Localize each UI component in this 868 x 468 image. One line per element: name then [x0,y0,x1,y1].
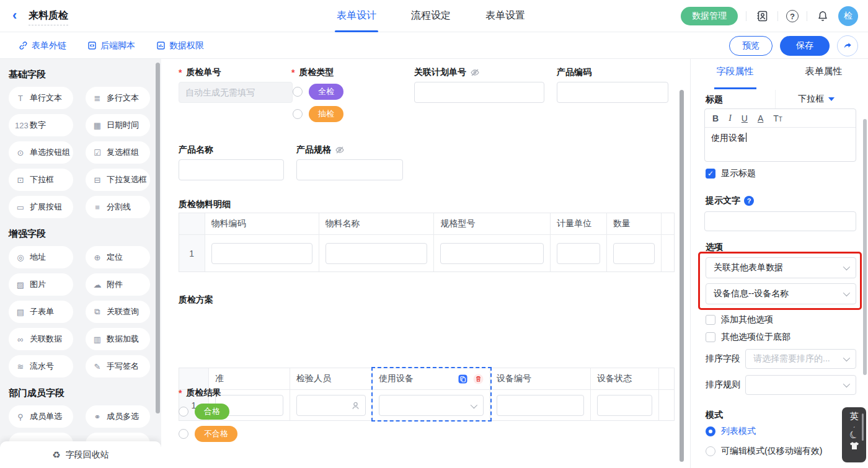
field-pill[interactable]: ✎ 手写签名 [86,355,150,377]
add-other-checkbox[interactable] [706,315,715,325]
field-pill[interactable]: 123 数字 [9,114,73,136]
radio-button[interactable] [293,87,303,97]
option-field-select[interactable]: 设备信息--设备名称 [706,283,856,304]
italic-button[interactable]: I [728,113,732,123]
plan-table-header: 准 检验人员 使用设备 设备编号 设备状态 [179,368,674,389]
tab-form-setting[interactable]: 表单设置 [485,0,525,32]
hint-text-input[interactable] [704,211,856,231]
page-title[interactable]: 来料质检 [29,9,68,25]
help-icon[interactable]: ? [744,196,754,206]
font-size-button[interactable]: TT [773,113,782,123]
other-bottom-checkbox[interactable] [706,332,715,342]
field-pill-label: 日期时间 [107,120,139,131]
contact-book-icon[interactable] [755,9,769,24]
notification-bell-icon[interactable] [815,9,830,24]
product-name-input[interactable] [179,159,284,180]
field-pill-label: 多行文本 [107,92,139,104]
field-type-select[interactable]: 下拉框 [775,90,857,108]
plan-no-input[interactable] [414,82,544,103]
field-recycle-bin[interactable]: ♻ 字段回收站 [0,441,161,468]
field-pill[interactable]: ⊕ 定位 [86,246,150,268]
field-pill[interactable]: ⊙ 单选按钮组 [9,141,73,164]
underline-button[interactable]: U [742,113,748,123]
option-pill[interactable]: 不合格 [195,426,237,442]
show-title-checkbox[interactable]: ✓ [706,169,715,179]
tab-form-design[interactable]: 表单设计 [337,0,376,32]
result-options: 合格 不合格 [179,404,237,448]
field-pill[interactable]: ≋ 流水号 [9,355,73,377]
field-pill[interactable]: ▦ 日期时间 [86,114,150,136]
tab-form-props[interactable]: 表单属性 [779,59,868,85]
spec-model-input[interactable] [440,243,544,264]
user-avatar[interactable]: 检 [838,6,858,26]
field-pill[interactable]: ∞ 关联数据 [9,328,73,350]
backend-script-item[interactable]: 后端脚本 [87,40,135,51]
back-icon[interactable]: ‹ [12,8,17,23]
field-pill-label: 复选框组 [107,147,139,158]
share-button[interactable] [837,35,858,56]
radio-button[interactable] [293,109,303,119]
option-pill[interactable]: 全检 [309,84,343,100]
option-source-select[interactable]: 关联其他表单数据 [706,257,856,278]
material-name-input[interactable] [326,243,428,264]
translate-float-widget[interactable]: 英 ˏ ☾ [842,407,866,462]
field-pill[interactable]: ▭ 扩展按钮 [9,196,73,218]
quantity-input[interactable] [613,243,655,264]
row-number: 1 [179,234,205,272]
copy-column-icon[interactable] [458,374,468,384]
device-status-input[interactable] [597,395,652,416]
field-pill[interactable]: ☑ 复选框组 [86,141,150,164]
sort-rule-select[interactable] [745,375,856,395]
radio-button[interactable] [179,407,188,417]
field-pill[interactable]: ⧉ 关联查询 [86,301,150,323]
help-icon[interactable]: ? [786,10,799,22]
save-button[interactable]: 保存 [780,36,830,56]
field-pill[interactable]: ▤ 子表单 [9,301,73,323]
field-pill[interactable]: ◎ 地址 [9,246,73,268]
data-permission-item[interactable]: 数据权限 [156,40,204,51]
data-manage-button[interactable]: 数据管理 [681,7,738,25]
field-pill[interactable]: ≣ 多行文本 [86,87,150,109]
field-pill[interactable]: ☁ 附件 [86,273,150,296]
device-no-input[interactable] [497,395,584,416]
radio-selected[interactable] [706,426,715,436]
tab-flow-setting[interactable]: 流程设定 [411,0,451,32]
link-icon [19,41,28,50]
product-code-input[interactable] [557,82,668,103]
radio-button[interactable] [706,446,715,456]
field-type-icon: ≣ [92,94,103,103]
title-editor-body[interactable]: 使用设备 [705,128,856,149]
delete-column-icon[interactable] [473,374,484,384]
tshirt-icon[interactable] [849,441,859,450]
canvas-scrollbar[interactable] [680,90,684,462]
device-select[interactable] [379,395,484,416]
field-pill[interactable]: ⚲ 成员单选 [9,405,73,428]
preview-button[interactable]: 预览 [729,36,773,56]
field-pill[interactable]: ▨ 图片 [9,273,73,296]
field-pill[interactable]: T 单行文本 [9,87,73,109]
field-pill[interactable]: ≡ 分割线 [86,196,150,218]
field-pill[interactable]: ⚭ 成员多选 [86,405,150,428]
field-pill[interactable]: ▥ 数据加载 [86,328,150,350]
material-code-input[interactable] [211,243,312,264]
tab-field-props[interactable]: 字段属性 [691,59,779,85]
field-palette-sidebar: 基础字段 T 单行文本 ≣ 多行文本 123 数字 ▦ 日期时间 ⊙ [0,59,161,468]
sort-field-select[interactable]: 请选择需要排序的... [745,349,856,369]
panel-scrollbar[interactable] [863,119,867,375]
inspect-no-input[interactable] [179,82,293,103]
field-pill[interactable]: ⊟ 下拉复选框 [86,169,150,191]
sidebar-scrollbar[interactable] [156,63,160,413]
field-pill[interactable]: ⊡ 下拉框 [9,169,73,191]
dark-mode-icon[interactable]: ☾ [848,428,861,443]
option-pill[interactable]: 抽检 [309,106,343,122]
radio-button[interactable] [179,429,188,439]
product-spec-input[interactable] [296,159,403,180]
inspector-picker[interactable] [296,395,366,416]
field-pill-label: 成员多选 [107,411,139,422]
add-other-row: 添加其他选项 [706,314,773,325]
font-color-button[interactable]: A [758,113,763,123]
external-link-item[interactable]: 表单外链 [19,40,66,51]
unit-input[interactable] [557,243,600,264]
option-pill[interactable]: 合格 [195,404,229,420]
bold-button[interactable]: B [712,113,719,123]
